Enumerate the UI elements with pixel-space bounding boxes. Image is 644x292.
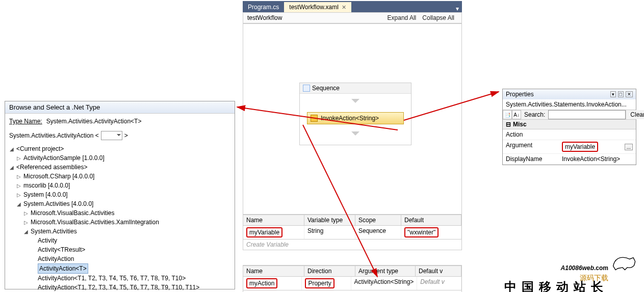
type-name-value[interactable]: System.Activities.ActivityAction<T> bbox=[46, 118, 230, 125]
tree-sys-activities-ns[interactable]: System.Activities bbox=[31, 227, 77, 236]
tree-ref-assemblies[interactable]: <Referenced assemblies> bbox=[16, 163, 87, 172]
var-default-cell[interactable]: "wxwinter" bbox=[404, 227, 439, 237]
search-input[interactable] bbox=[548, 110, 626, 119]
clear-button[interactable]: Clear bbox=[626, 110, 644, 119]
tree-activity[interactable]: Activity bbox=[38, 236, 57, 245]
categorized-icon[interactable]: 📑 bbox=[503, 110, 512, 119]
tree-ms-csharp[interactable]: Microsoft.CSharp [4.0.0.0] bbox=[23, 172, 94, 181]
restore-icon[interactable]: □ bbox=[618, 91, 624, 97]
dropdown-icon[interactable]: ▾ bbox=[610, 91, 616, 97]
combo-prefix: System.Activities.ActivityAction < bbox=[9, 132, 99, 139]
prop-action[interactable]: Action bbox=[503, 129, 636, 140]
tree-system[interactable]: System [4.0.0.0] bbox=[23, 190, 68, 199]
tree-activity-action[interactable]: ActivityAction bbox=[38, 254, 74, 263]
arg-default-cell[interactable]: Default v bbox=[417, 277, 461, 290]
var-col-scope[interactable]: Scope bbox=[355, 215, 401, 225]
invoke-label: InvokeAction<String> bbox=[321, 115, 379, 122]
displayname-value[interactable]: InvokeAction<String> bbox=[559, 154, 636, 164]
tab-program-cs[interactable]: Program.cs bbox=[243, 2, 284, 12]
sequence-icon bbox=[303, 85, 310, 92]
tree-activity-action-t11[interactable]: ActivityAction<T1, T2, T3, T4, T5, T6, T… bbox=[38, 283, 199, 292]
tree-activity-sample[interactable]: ActivityActionSample [1.0.0.0] bbox=[23, 153, 105, 163]
close-icon[interactable]: ✕ bbox=[626, 91, 633, 97]
collapse-all-link[interactable]: Collapse All bbox=[419, 14, 457, 21]
argument-value[interactable]: myVariable bbox=[562, 142, 598, 152]
variables-grid[interactable]: Name Variable type Scope Default myVaria… bbox=[243, 214, 462, 250]
generic-type-combo[interactable] bbox=[101, 131, 122, 140]
tree-vb-xaml[interactable]: Microsoft.VisualBasic.Activities.XamlInt… bbox=[31, 218, 159, 227]
combo-suffix: > bbox=[124, 132, 128, 139]
create-variable-row[interactable]: Create Variable bbox=[243, 240, 462, 250]
arg-col-direction[interactable]: Direction bbox=[304, 266, 355, 276]
search-label: Search: bbox=[521, 111, 548, 118]
workflow-designer[interactable]: Sequence InvokeAction<String> bbox=[243, 23, 462, 215]
expand-all-link[interactable]: Expand All bbox=[384, 14, 420, 21]
arg-col-default[interactable]: Default v bbox=[416, 266, 461, 276]
breadcrumb[interactable]: testWorkflow bbox=[247, 14, 282, 21]
arg-direction-cell[interactable]: Property bbox=[305, 278, 334, 288]
sequence-label: Sequence bbox=[312, 85, 340, 92]
arg-name-cell[interactable]: myAction bbox=[246, 278, 277, 288]
close-icon[interactable]: ✕ bbox=[342, 4, 346, 11]
tree-sys-activities[interactable]: System.Activities [4.0.0.0] bbox=[23, 199, 93, 208]
collapse-icon[interactable]: ⊟ bbox=[506, 121, 511, 128]
arg-col-type[interactable]: Argument type bbox=[355, 266, 416, 276]
tab-testworkflow[interactable]: testWorkflow.xaml✕ bbox=[284, 2, 351, 12]
properties-object-type: System.Activities.Statements.InvokeActio… bbox=[503, 99, 636, 110]
panel-title: Browse and Select a .Net Type bbox=[5, 101, 235, 114]
arg-type-cell[interactable]: ActivityAction<String> bbox=[351, 277, 418, 290]
tree-vb-activities[interactable]: Microsoft.VisualBasic.Activities bbox=[31, 208, 115, 218]
misc-category[interactable]: Misc bbox=[513, 121, 527, 128]
type-tree[interactable]: ◢<Current project> ▷ActivityActionSample… bbox=[5, 142, 235, 292]
prop-argument[interactable]: ArgumentmyVariable... bbox=[503, 140, 636, 154]
var-type-cell[interactable]: String bbox=[304, 226, 355, 239]
ellipsis-button[interactable]: ... bbox=[625, 144, 633, 150]
tree-mscorlib[interactable]: mscorlib [4.0.0.0] bbox=[23, 181, 70, 190]
var-name-cell[interactable]: myVariable bbox=[246, 227, 282, 237]
alphabetical-icon[interactable]: A↓ bbox=[512, 110, 521, 119]
tree-activity-action-t[interactable]: ActivityAction<T> bbox=[38, 263, 88, 274]
tab-dropdown-icon[interactable]: ▾ bbox=[453, 5, 462, 12]
tree-current-project[interactable]: <Current project> bbox=[16, 144, 64, 153]
browse-type-panel: Browse and Select a .Net Type Type Name:… bbox=[5, 101, 235, 289]
var-scope-cell[interactable]: Sequence bbox=[355, 226, 401, 239]
arrow-down-icon bbox=[351, 99, 359, 107]
designer-breadcrumb-bar: testWorkflow Expand All Collapse All bbox=[243, 12, 462, 23]
tab-bar: Program.cs testWorkflow.xaml✕ ▾ bbox=[243, 1, 462, 12]
invoke-icon bbox=[311, 115, 318, 122]
arrow-down-icon bbox=[351, 131, 359, 140]
invoke-action-activity[interactable]: InvokeAction<String> bbox=[307, 112, 404, 124]
table-row[interactable]: myVariable String Sequence "wxwinter" bbox=[243, 226, 462, 240]
rhino-icon bbox=[611, 251, 639, 272]
type-name-label: Type Name: bbox=[9, 118, 42, 125]
tree-activity-action-t10[interactable]: ActivityAction<T1, T2, T3, T4, T5, T6, T… bbox=[38, 274, 186, 283]
watermark-cn: 中国移动站长 bbox=[504, 279, 608, 292]
arg-col-name[interactable]: Name bbox=[243, 266, 304, 276]
tree-activity-tresult[interactable]: Activity<TResult> bbox=[38, 245, 85, 254]
prop-displayname[interactable]: DisplayNameInvokeAction<String> bbox=[503, 154, 636, 165]
properties-panel: Properties ▾ □ ✕ System.Activities.State… bbox=[502, 89, 636, 165]
var-col-default[interactable]: Default bbox=[401, 215, 461, 225]
var-col-type[interactable]: Variable type bbox=[304, 215, 355, 225]
var-col-name[interactable]: Name bbox=[243, 215, 304, 225]
sequence-activity[interactable]: Sequence InvokeAction<String> bbox=[299, 83, 411, 145]
table-row[interactable]: myAction Property ActivityAction<String>… bbox=[243, 277, 462, 290]
arguments-grid[interactable]: Name Direction Argument type Default v m… bbox=[243, 265, 462, 292]
properties-title: Properties bbox=[506, 91, 534, 98]
